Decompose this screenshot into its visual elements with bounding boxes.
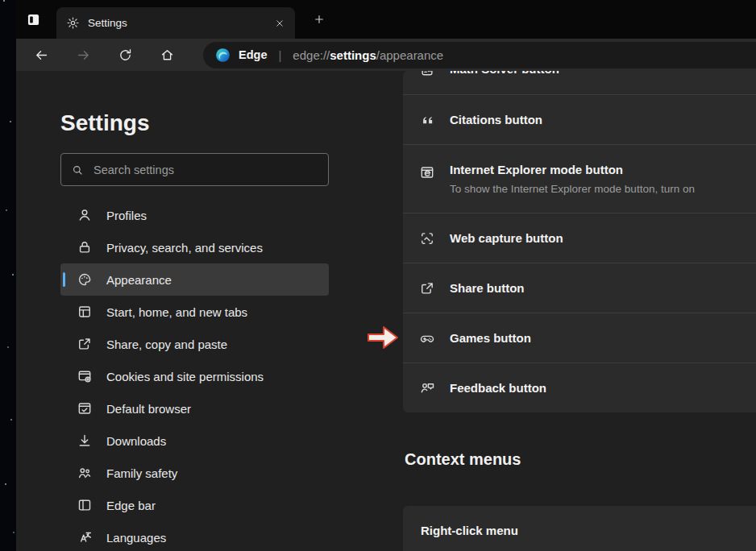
forward-button[interactable] [69, 41, 97, 68]
url-text: edge://settings/appearance [293, 48, 443, 62]
sidebar-item-label: Share, copy and paste [106, 338, 227, 351]
settings-row-share[interactable]: Share button [403, 263, 756, 313]
url-scheme: edge:// [293, 48, 330, 62]
sidebar-item-label: Default browser [106, 402, 191, 416]
languages-icon [77, 529, 93, 545]
row-text: Internet Explorer mode button To show th… [450, 163, 695, 195]
sidebar-item-label: Downloads [106, 434, 166, 448]
toolbar-buttons-card: Math Solver button Citations button Inte… [403, 71, 756, 412]
url-host: settings [330, 48, 376, 62]
sidebar-item-languages[interactable]: Languages [60, 521, 329, 551]
row-label: Feedback button [450, 381, 546, 395]
settings-content: Math Solver button Citations button Inte… [403, 71, 756, 551]
window-logo-icon[interactable] [25, 11, 42, 28]
row-label: Games button [450, 331, 531, 345]
family-safety-icon [77, 465, 93, 481]
context-menus-heading: Context menus [405, 450, 756, 469]
red-arrow-annotation [367, 324, 399, 351]
start-home-tabs-icon [77, 304, 93, 320]
tab-title: Settings [88, 17, 127, 29]
cookies-permissions-icon [77, 368, 93, 384]
sidebar-item-label: Privacy, search, and services [106, 241, 263, 255]
search-settings-input[interactable] [92, 163, 318, 177]
sidebar-item-appearance[interactable]: Appearance [60, 263, 329, 296]
math-solver-icon [419, 71, 435, 77]
sidebar-item-start-home-tabs[interactable]: Start, home, and new tabs [60, 296, 329, 328]
settings-title: Settings [60, 110, 329, 137]
search-icon [71, 164, 84, 176]
sidebar-item-cookies[interactable]: Cookies and site permissions [60, 360, 329, 392]
edge-brand-label: Edge [239, 48, 267, 61]
row-label: Right-click menu [421, 524, 518, 537]
address-bar[interactable]: Edge | edge://settings/appearance [203, 42, 756, 68]
default-browser-icon [77, 400, 93, 416]
web-capture-icon [419, 230, 435, 246]
sidebar-item-label: Appearance [106, 273, 172, 287]
sidebar-item-privacy[interactable]: Privacy, search, and services [60, 231, 329, 263]
refresh-icon [118, 48, 133, 63]
privacy-icon [77, 239, 93, 255]
settings-row-web-capture[interactable]: Web capture button [403, 213, 756, 263]
home-button[interactable] [153, 41, 181, 68]
profiles-icon [77, 207, 93, 223]
row-label: Internet Explorer mode button [450, 163, 695, 176]
desktop-background [0, 0, 16, 551]
settings-row-feedback[interactable]: Feedback button [403, 362, 756, 412]
back-arrow-icon [34, 48, 49, 63]
sidebar-item-share-copy-paste[interactable]: Share, copy and paste [60, 328, 329, 360]
settings-page: Settings Profiles Privacy, search, and s… [16, 71, 756, 551]
navigation-toolbar: Edge | edge://settings/appearance [16, 39, 756, 71]
settings-row-games[interactable]: Games button [403, 313, 756, 362]
sidebar-item-default-browser[interactable]: Default browser [60, 392, 329, 425]
settings-row-citations[interactable]: Citations button [403, 94, 756, 144]
sidebar-item-edge-bar[interactable]: Edge bar [60, 489, 329, 521]
sidebar-item-label: Start, home, and new tabs [106, 305, 247, 319]
sidebar-item-label: Edge bar [106, 499, 156, 512]
settings-row-math-solver[interactable]: Math Solver button [403, 71, 756, 94]
sidebar-item-label: Profiles [106, 209, 147, 222]
row-subtitle: To show the Internet Explorer mode butto… [450, 183, 695, 195]
back-button[interactable] [27, 41, 55, 68]
forward-arrow-icon [76, 48, 91, 63]
games-icon [419, 330, 435, 346]
row-label: Web capture button [450, 231, 563, 245]
sidebar-nav: Profiles Privacy, search, and services A… [60, 199, 329, 551]
citations-icon [419, 112, 435, 128]
edge-logo-icon [214, 47, 231, 64]
ie-mode-icon [419, 164, 435, 180]
home-icon [160, 48, 175, 63]
edge-bar-icon [77, 497, 93, 513]
row-label: Share button [450, 281, 525, 295]
sidebar-item-profiles[interactable]: Profiles [60, 199, 329, 231]
search-settings-box[interactable] [60, 153, 329, 186]
share-copy-paste-icon [77, 336, 93, 352]
close-icon[interactable] [274, 18, 285, 29]
context-menus-card: Right-click menu [403, 506, 756, 551]
sidebar-item-label: Languages [106, 531, 166, 545]
address-separator: | [278, 48, 281, 62]
sidebar-item-downloads[interactable]: Downloads [60, 425, 329, 457]
desktop-stars [3, 0, 5, 2]
settings-sidebar: Settings Profiles Privacy, search, and s… [60, 71, 329, 551]
refresh-button[interactable] [111, 41, 139, 68]
row-label: Citations button [450, 113, 542, 126]
settings-row-ie-mode[interactable]: Internet Explorer mode button To show th… [403, 144, 756, 213]
settings-row-right-click-menu[interactable]: Right-click menu [403, 506, 756, 551]
browser-window: Settings Edge | edge://settings/appearan… [16, 0, 756, 551]
feedback-icon [419, 380, 435, 396]
url-path: /appearance [376, 48, 443, 62]
appearance-icon [77, 271, 93, 288]
gear-icon [66, 16, 80, 30]
tab-strip: Settings [16, 0, 756, 39]
tab-settings[interactable]: Settings [56, 7, 295, 39]
plus-icon[interactable] [313, 13, 326, 26]
share-icon [419, 280, 435, 296]
sidebar-item-family-safety[interactable]: Family safety [60, 457, 329, 489]
sidebar-item-label: Cookies and site permissions [106, 370, 264, 383]
sidebar-item-label: Family safety [106, 466, 177, 480]
row-label: Math Solver button [450, 71, 559, 76]
downloads-icon [77, 433, 93, 449]
